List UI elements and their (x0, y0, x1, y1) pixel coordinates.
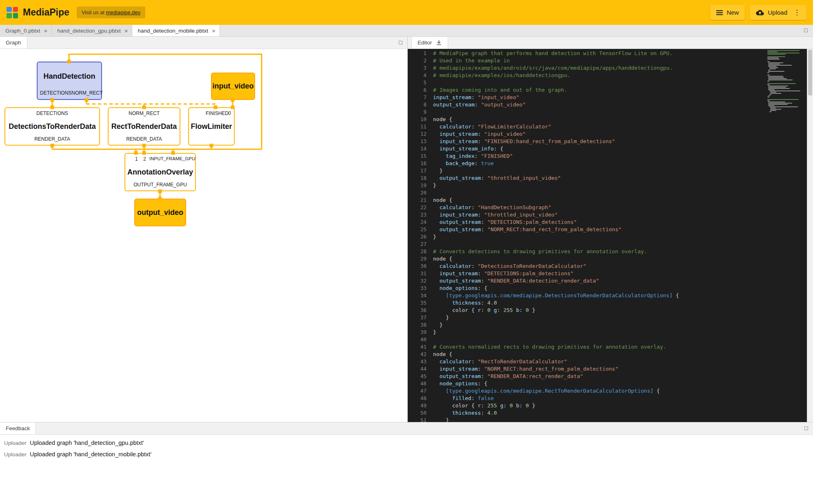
log-source: Uploader (4, 440, 27, 446)
tab-graph-view[interactable]: Graph (0, 37, 27, 49)
expand-graph-icon[interactable] (399, 41, 402, 44)
code-line[interactable]: 15 tag_index: "FINISHED" (408, 153, 813, 160)
download-icon[interactable] (436, 40, 442, 46)
code-line[interactable]: 16 back_edge: true (408, 160, 813, 167)
code-line[interactable]: 37 } (408, 314, 813, 321)
code-line[interactable]: 29node { (408, 255, 813, 263)
code-line[interactable]: 2# Used in the example in (408, 57, 813, 64)
mediapipe-dev-link[interactable]: mediapipe.dev (106, 9, 141, 15)
code-line[interactable]: 42node { (408, 351, 813, 358)
close-tab-icon[interactable]: × (124, 28, 128, 34)
app-header: MediaPipe Visit us at mediapipe.dev New … (0, 0, 813, 25)
code-line[interactable]: 28# Converts detections to drawing primi… (408, 248, 813, 255)
code-line[interactable]: 46 node_options: { (408, 380, 813, 387)
expand-panel-icon[interactable] (804, 29, 808, 32)
code-line[interactable]: 25 output_stream: "NORM_RECT:hand_rect_f… (408, 226, 813, 233)
feedback-tab-label: Feedback (6, 425, 30, 431)
tab-hand-detection-gpu-pbtxt[interactable]: hand_detection_gpu.pbtxt × (52, 25, 132, 36)
editor-minimap[interactable] (767, 50, 807, 113)
scrollbar-thumb[interactable] (808, 50, 812, 95)
code-line[interactable]: 3# mediapipie/examples/android/src/java/… (408, 64, 813, 72)
upload-button-label: Upload (768, 9, 787, 16)
graph-node-rect-to-render-data[interactable]: NORM_RECT RectToRenderData RENDER_DATA (108, 107, 180, 146)
graph-node-output-video[interactable]: output_video (134, 199, 186, 226)
port-label: FINISHED (206, 111, 229, 116)
code-line[interactable]: 7input_stream: "input_video" (408, 94, 813, 101)
code-line[interactable]: 48 filled: false (408, 395, 813, 402)
code-line[interactable]: 22 calculator: "HandDetectionSubgraph" (408, 204, 813, 211)
graph-panel-strip: Graph (0, 37, 407, 49)
logo-tile (7, 7, 12, 12)
close-tab-icon[interactable]: × (212, 28, 215, 34)
code-line[interactable]: 49 color { r: 255 g: 0 b: 0 } (408, 402, 813, 409)
close-tab-icon[interactable]: × (44, 28, 48, 34)
code-line[interactable]: 24 output_stream: "DETECTIONS:palm_detec… (408, 219, 813, 226)
code-line[interactable]: 14 input_stream_info: { (408, 145, 813, 153)
logo-tile (13, 13, 18, 18)
feedback-log: Uploader Uploaded graph 'hand_detection_… (0, 435, 813, 462)
app-title: MediaPipe (23, 7, 69, 18)
graph-node-flow-limiter[interactable]: FINISHED 0 FlowLimiter (188, 107, 235, 146)
code-line[interactable]: 44 input_stream: "NORM_RECT:hand_rect_fr… (408, 365, 813, 373)
code-line[interactable]: 47 [type.googleapis.com/mediapipe.RectTo… (408, 387, 813, 395)
code-line[interactable]: 10node { (408, 116, 813, 123)
logo-tile (7, 13, 12, 18)
code-line[interactable]: 51 } (408, 417, 813, 422)
code-line[interactable]: 8output_stream: "output_video" (408, 101, 813, 108)
code-line[interactable]: 43 calculator: "RectToRenderDataCalculat… (408, 358, 813, 365)
graph-node-input-video[interactable]: input_video (211, 73, 255, 100)
code-line[interactable]: 27 (408, 241, 813, 248)
node-output-labels (190, 136, 233, 142)
code-editor[interactable]: 1# MediaPipe graph that performs hand de… (408, 49, 813, 422)
graph-node-hand-detection[interactable]: HandDetection DETECTIONS NORM_RECT (37, 62, 102, 100)
code-lines: 1# MediaPipe graph that performs hand de… (408, 50, 813, 422)
code-line[interactable]: 41# Converts normalized rects to drawing… (408, 343, 813, 351)
node-title: FlowLimiter (190, 122, 233, 131)
code-line[interactable]: 23 input_stream: "throttled_input_video" (408, 211, 813, 219)
code-line[interactable]: 33 node_options: { (408, 285, 813, 292)
code-line[interactable]: 4# mediapipie/examples/ios/handdetection… (408, 72, 813, 79)
tab-graph-0-pbtxt[interactable]: Graph_0.pbtxt × (0, 25, 52, 36)
tab-editor-view[interactable]: Editor (411, 37, 448, 49)
editor-scrollbar[interactable] (807, 49, 813, 422)
code-line[interactable]: 35 thickness: 4.0 (408, 299, 813, 307)
graph-canvas[interactable]: HandDetection DETECTIONS NORM_RECT input… (0, 49, 407, 422)
code-line[interactable]: 18 output_stream: "throttled_input_video… (408, 175, 813, 182)
code-line[interactable]: 11 calculator: "FlowLimiterCalculator" (408, 123, 813, 130)
code-line[interactable]: 20 (408, 189, 813, 197)
code-line[interactable]: 5 (408, 79, 813, 86)
tab-hand-detection-mobile-pbtxt[interactable]: hand_detection_mobile.pbtxt × (132, 25, 220, 36)
kebab-menu-icon[interactable]: ⋮ (793, 8, 800, 17)
code-line[interactable]: 36 color { r: 0 g: 255 b: 0 } (408, 307, 813, 314)
code-line[interactable]: 38 } (408, 321, 813, 329)
node-output-labels: OUTPUT_FRAME_GPU (126, 182, 194, 188)
node-title: DetectionsToRenderData (6, 122, 98, 131)
code-line[interactable]: 50 thickness: 4.0 (408, 409, 813, 417)
tab-label: hand_detection_gpu.pbtxt (57, 28, 120, 34)
code-line[interactable]: 17 } (408, 167, 813, 175)
code-line[interactable]: 1# MediaPipe graph that performs hand de… (408, 50, 813, 57)
code-line[interactable]: 19} (408, 182, 813, 189)
graph-node-detections-to-render-data[interactable]: DETECTIONS DetectionsToRenderData RENDER… (4, 107, 100, 146)
upload-button[interactable]: Upload ⋮ (750, 5, 806, 20)
code-line[interactable]: 40 (408, 336, 813, 343)
code-line[interactable]: 9 (408, 108, 813, 116)
code-line[interactable]: 39} (408, 329, 813, 336)
tab-feedback[interactable]: Feedback (0, 422, 36, 434)
expand-feedback-icon[interactable] (804, 427, 808, 430)
log-entry: Uploader Uploaded graph 'hand_detection_… (0, 449, 813, 460)
code-line[interactable]: 13 input_stream: "FINISHED:hand_rect_fro… (408, 138, 813, 145)
code-line[interactable]: 45 output_stream: "RENDER_DATA:rect_rend… (408, 373, 813, 380)
code-line[interactable]: 26} (408, 233, 813, 241)
code-line[interactable]: 21node { (408, 197, 813, 204)
new-button[interactable]: New (710, 5, 745, 20)
graph-node-annotation-overlay[interactable]: 1 2 INPUT_FRAME_GPU AnnotationOverlay OU… (124, 153, 196, 191)
node-title: RectToRenderData (109, 122, 179, 131)
code-line[interactable]: 30 calculator: "DetectionsToRenderDataCa… (408, 263, 813, 270)
code-line[interactable]: 32 output_stream: "RENDER_DATA:detection… (408, 277, 813, 285)
code-line[interactable]: 6# Images coming into and out of the gra… (408, 86, 813, 94)
code-line[interactable]: 31 input_stream: "DETECTIONS:palm_detect… (408, 270, 813, 277)
visit-prefix: Visit us at (82, 9, 106, 15)
code-line[interactable]: 12 input_stream: "input_video" (408, 130, 813, 138)
code-line[interactable]: 34 [type.googleapis.com/mediapipe.Detect… (408, 292, 813, 299)
